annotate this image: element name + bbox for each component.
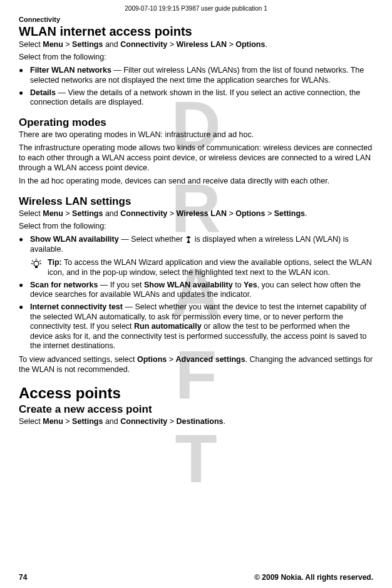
options-list-2: Show WLAN availability — Select whether … [19,235,373,254]
list-item: Details — View the details of a network … [19,88,373,108]
wlan-signal-icon [185,236,192,243]
text-bold: Show WLAN availability [144,281,233,289]
nav-item: Settings [72,417,103,426]
nav-item: Settings [274,209,305,218]
separator: > [167,40,176,49]
option-label: Internet connectivity test [30,302,123,311]
nav-item: Wireless LAN [177,40,227,49]
text-bold: Run automatically [134,322,202,331]
text: and [103,40,120,49]
advanced-settings-text: To view advanced settings, select Option… [19,355,373,374]
option-label: Filter WLAN networks [30,66,111,75]
nav-item: Settings [72,40,103,49]
tip-text: Tip: To access the WLAN Wizard applicati… [48,258,373,277]
nav-item: Wireless LAN [177,209,227,218]
text-bold: Yes [244,281,257,289]
svg-point-0 [34,261,39,266]
nav-path-1: Select Menu > Settings and Connectivity … [19,40,373,50]
separator: > [63,417,72,426]
copyright: © 2009 Nokia. All rights reserved. [254,573,373,582]
text: Select from the following: [19,222,373,232]
tip-block: Tip: To access the WLAN Wizard applicati… [19,258,373,277]
separator: > [167,355,175,364]
option-text: — Select whether [119,235,185,244]
text: . [224,417,225,426]
separator: > [63,209,72,218]
option-label: Show WLAN availability [30,235,119,244]
text: . [305,209,307,218]
heading-wlan-iap: WLAN internet access points [19,24,373,39]
option-label: Details [30,88,56,97]
nav-item: Menu [43,40,63,49]
text: There are two operating modes in WLAN: i… [19,130,373,140]
tip-label: Tip: [48,258,62,267]
page-number: 74 [19,573,27,582]
heading-operating-modes: Operating modes [19,116,373,129]
text: and [103,209,120,218]
text: The infrastructure operating mode allows… [19,143,373,173]
nav-item: Options [235,40,265,49]
nav-path-3: Select Menu > Settings and Connectivity … [19,417,373,427]
heading-create-ap: Create a new access point [19,403,373,416]
option-label: Scan for networks [30,281,98,289]
nav-item: Settings [72,209,103,218]
separator: > [167,417,176,426]
text: and [103,417,120,426]
text: Select [19,40,43,49]
text: — If you set [98,281,144,289]
text: To access the WLAN Wizard application an… [48,258,372,277]
nav-item: Menu [43,209,63,218]
text: Select [19,417,43,426]
heading-wlan-settings: Wireless LAN settings [19,195,373,208]
page-footer: 74 © 2009 Nokia. All rights reserved. [19,573,373,582]
list-item: Internet connectivity test — Select whet… [19,302,373,351]
nav-path-2: Select Menu > Settings and Connectivity … [19,209,373,219]
nav-item: Connectivity [120,209,167,218]
option-text: — View the details of a network shown in… [30,88,360,107]
svg-rect-1 [35,266,38,268]
separator: > [265,209,274,218]
nav-item: Options [137,355,167,364]
lightbulb-icon [30,258,43,271]
section-label: Connectivity [19,16,373,23]
svg-line-4 [39,260,41,262]
nav-item: Advanced settings [175,355,245,364]
text: Select from the following: [19,53,373,63]
list-item: Filter WLAN networks — Filter out wirele… [19,66,373,85]
list-item: Show WLAN availability — Select whether … [19,235,373,254]
nav-item: Options [235,209,265,218]
nav-item: Connectivity [120,40,167,49]
text: . [265,40,267,49]
separator: > [227,40,235,49]
separator: > [167,209,176,218]
text: to [233,281,244,289]
nav-item: Menu [43,417,63,426]
text: In the ad hoc operating mode, devices ca… [19,177,373,187]
svg-line-3 [32,260,33,262]
separator: > [63,40,72,49]
text: Select [19,209,43,218]
list-item: Scan for networks — If you set Show WLAN… [19,281,373,300]
options-list-1: Filter WLAN networks — Filter out wirele… [19,66,373,108]
meta-header: 2009-07-10 19:9:15 P3987 user guide publ… [19,5,373,12]
nav-item: Connectivity [120,417,167,426]
text: To view advanced settings, select [19,355,137,364]
separator: > [227,209,235,218]
options-list-3: Scan for networks — If you set Show WLAN… [19,281,373,351]
heading-access-points: Access points [19,384,373,402]
nav-item: Destinations [177,417,224,426]
